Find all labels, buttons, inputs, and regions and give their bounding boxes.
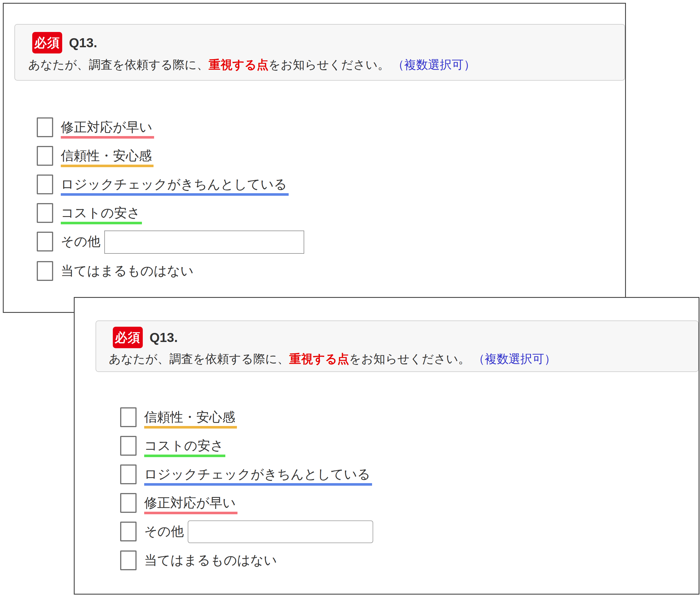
option-checkbox[interactable] [120,465,136,484]
option-row: その他 [120,522,373,543]
question-text: あなたが、調査を依頼する際に、重視する点をお知らせください。（複数選択可） [28,57,624,73]
option-row: 当てはまるものはない [37,261,304,281]
option-checkbox[interactable] [37,117,53,137]
multi-select-note: （複数選択可） [473,352,556,366]
option-row: コストの安さ [120,436,373,457]
option-label: 修正対応が早い [144,494,237,514]
question-header: 必須 Q13. あなたが、調査を依頼する際に、重視する点をお知らせください。（複… [96,321,699,372]
option-label: 信頼性・安心感 [61,147,154,167]
option-row: ロジックチェックがきちんとしている [37,175,304,196]
question-title-row: 必須 Q13. [109,327,698,348]
multi-select-note: （複数選択可） [392,58,475,71]
option-checkbox[interactable] [120,407,136,427]
question-text: あなたが、調査を依頼する際に、重視する点をお知らせください。（複数選択可） [109,351,698,367]
option-row: その他 [37,232,304,254]
option-row: ロジックチェックがきちんとしている [120,465,373,486]
option-label: ロジックチェックがきちんとしている [61,175,289,196]
option-checkbox[interactable] [37,261,53,281]
question-title-row: 必須 Q13. [28,32,624,53]
option-row: 信頼性・安心感 [37,146,304,167]
other-text-input[interactable] [104,230,304,254]
other-text-input[interactable] [188,520,373,543]
option-checkbox[interactable] [37,175,53,194]
option-label: 当てはまるものはない [61,262,196,280]
option-label: 修正対応が早い [61,118,154,139]
option-checkbox[interactable] [120,522,136,541]
option-checkbox[interactable] [37,203,53,223]
option-label: 当てはまるものはない [144,551,279,569]
option-row: 修正対応が早い [37,117,304,139]
survey-panel-front: 必須 Q13. あなたが、調査を依頼する際に、重視する点をお知らせください。（複… [74,297,699,595]
option-label: ロジックチェックがきちんとしている [144,465,372,486]
option-label: その他 [61,232,102,250]
option-row: 信頼性・安心感 [120,407,373,428]
question-number: Q13. [69,35,97,50]
question-emphasis: 重視する点 [289,352,349,366]
option-checkbox[interactable] [120,436,136,456]
option-label: コストの安さ [61,204,142,224]
option-checkbox[interactable] [37,232,53,251]
survey-panel-back: 必須 Q13. あなたが、調査を依頼する際に、重視する点をお知らせください。（複… [3,3,626,313]
question-prefix: あなたが、調査を依頼する際に、 [28,58,209,71]
options-list: 信頼性・安心感 コストの安さ ロジックチェックがきちんとしている 修正対応が早い… [120,407,373,570]
option-label: その他 [144,522,185,540]
option-row: 当てはまるものはない [120,550,373,570]
option-checkbox[interactable] [37,146,53,166]
required-badge: 必須 [113,327,143,348]
option-row: 修正対応が早い [120,493,373,514]
question-prefix: あなたが、調査を依頼する際に、 [109,352,289,366]
question-suffix: をお知らせください。 [268,58,390,71]
option-checkbox[interactable] [120,550,136,570]
option-row: コストの安さ [37,203,304,224]
option-checkbox[interactable] [120,493,136,513]
question-number: Q13. [150,330,178,345]
options-list: 修正対応が早い 信頼性・安心感 ロジックチェックがきちんとしている コストの安さ… [37,117,304,281]
question-header: 必須 Q13. あなたが、調査を依頼する際に、重視する点をお知らせください。（複… [15,24,625,81]
option-label: コストの安さ [144,437,225,457]
option-label: 信頼性・安心感 [144,408,237,428]
required-badge: 必須 [32,32,62,53]
question-emphasis: 重視する点 [209,58,268,71]
question-suffix: をお知らせください。 [349,352,470,366]
